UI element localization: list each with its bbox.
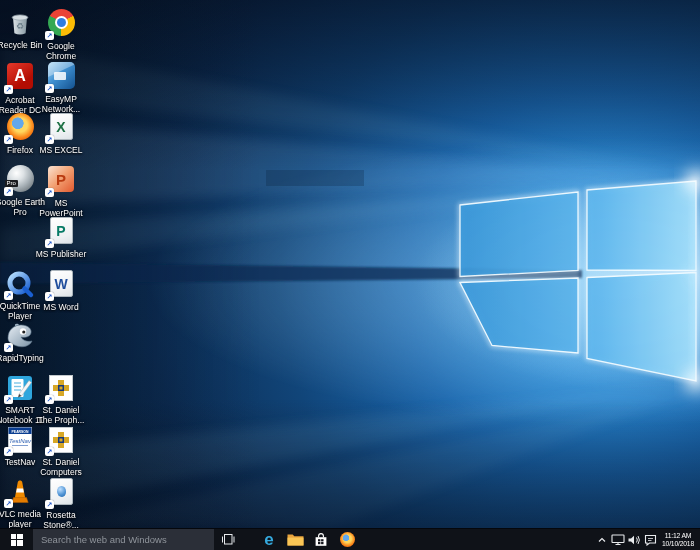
desktop-icon-label: RapidTyping: [0, 353, 49, 363]
desktop-icon-ms-powerpoint[interactable]: P ↗ MS PowerPoint: [32, 164, 90, 218]
word-icon: W ↗: [46, 270, 76, 300]
desktop-icon-label: MS EXCEL: [32, 145, 90, 155]
acrobat-icon: A ↗: [5, 63, 35, 93]
easymp-icon: ↗: [46, 62, 76, 92]
vlc-cone-icon: ↗: [5, 477, 35, 507]
desktop-icon-ms-publisher[interactable]: P ↗ MS Publisher: [32, 216, 90, 259]
st-daniel-emblem-icon: ↗: [46, 373, 76, 403]
shortcut-arrow-icon: ↗: [4, 291, 13, 300]
file-explorer-icon: [287, 533, 304, 546]
shortcut-arrow-icon: ↗: [45, 395, 54, 404]
google-earth-icon: Pro ↗: [5, 165, 35, 195]
desktop-icon-label: MS PowerPoint: [32, 198, 90, 218]
excel-icon: X ↗: [46, 113, 76, 143]
windows-desktop-screen: ♻ Recycle Bin ↗ Google Chrome A ↗ Acroba…: [0, 0, 700, 550]
task-view-button[interactable]: [214, 529, 242, 550]
shortcut-arrow-icon: ↗: [45, 31, 54, 40]
testnav-icon: PEARSON TestNav ↗: [5, 425, 35, 455]
tray-volume-icon[interactable]: [627, 529, 641, 550]
desktop-icon-label: Rosetta Stone®...: [32, 510, 90, 528]
shortcut-arrow-icon: ↗: [45, 188, 54, 197]
shortcut-arrow-icon: ↗: [45, 135, 54, 144]
shortcut-arrow-icon: ↗: [45, 292, 54, 301]
shortcut-arrow-icon: ↗: [4, 395, 13, 404]
chrome-icon: ↗: [46, 9, 76, 39]
shortcut-arrow-icon: ↗: [4, 85, 13, 94]
taskbar-app-file-explorer[interactable]: [282, 529, 308, 550]
shortcut-arrow-icon: ↗: [45, 500, 54, 509]
shortcut-arrow-icon: ↗: [45, 447, 54, 456]
smart-notebook-icon: ↗: [5, 373, 35, 403]
desktop-icon-rosetta-stone[interactable]: ↗ Rosetta Stone®...: [32, 477, 90, 528]
desktop-icon-easymp-network[interactable]: ↗ EasyMP Network...: [32, 61, 90, 114]
desktop[interactable]: ♻ Recycle Bin ↗ Google Chrome A ↗ Acroba…: [0, 0, 700, 528]
windows-logo-icon: [11, 534, 23, 546]
shortcut-arrow-icon: ↗: [4, 343, 13, 352]
start-button[interactable]: [0, 529, 33, 550]
desktop-icon-label: St. Daniel Computers: [32, 457, 90, 477]
clock-date: 10/10/2018: [658, 540, 698, 548]
shortcut-arrow-icon: ↗: [4, 135, 13, 144]
rapidtyping-icon: ↗: [5, 321, 35, 351]
tray-chevron-up-icon[interactable]: [595, 529, 609, 550]
desktop-icon-ms-excel[interactable]: X ↗ MS EXCEL: [32, 112, 90, 155]
svg-text:PEARSON: PEARSON: [12, 430, 29, 434]
store-icon: [313, 532, 329, 548]
desktop-icon-label: St. Daniel The Proph...: [32, 405, 90, 425]
recycle-bin-icon: ♻: [5, 8, 35, 38]
search-input[interactable]: [33, 534, 214, 545]
taskbar-app-store[interactable]: [308, 529, 334, 550]
desktop-icon-st-daniel-computers[interactable]: ↗ St. Daniel Computers: [32, 425, 90, 477]
tray-network-icon[interactable]: [611, 529, 625, 550]
shortcut-arrow-icon: ↗: [4, 499, 13, 508]
desktop-icon-st-daniel-prophet[interactable]: ↗ St. Daniel The Proph...: [32, 373, 90, 425]
desktop-icon-rapidtyping[interactable]: ↗ RapidTyping: [0, 321, 49, 363]
quicktime-icon: ↗: [5, 269, 35, 299]
shortcut-arrow-icon: ↗: [45, 239, 54, 248]
svg-text:TestNav: TestNav: [9, 438, 32, 444]
edge-icon: e: [264, 531, 273, 548]
desktop-icon-label: MS Word: [32, 302, 90, 312]
wallpaper-watermark-patch: [266, 170, 364, 186]
task-view-icon: [220, 533, 236, 546]
desktop-icon-label: MS Publisher: [32, 249, 90, 259]
powerpoint-icon: P ↗: [46, 166, 76, 196]
taskbar-app-firefox[interactable]: [334, 529, 360, 550]
taskbar-search[interactable]: [33, 529, 214, 550]
desktop-icon-ms-word[interactable]: W ↗ MS Word: [32, 269, 90, 312]
desktop-icon-label: EasyMP Network...: [32, 94, 90, 114]
firefox-icon: [340, 532, 355, 547]
taskbar: e: [0, 528, 700, 550]
wallpaper-hero-graphic: [0, 0, 700, 528]
shortcut-arrow-icon: ↗: [4, 447, 13, 456]
desktop-icon-google-chrome[interactable]: ↗ Google Chrome: [32, 8, 90, 61]
taskbar-app-edge[interactable]: e: [256, 529, 282, 550]
tray-action-center-icon[interactable]: [643, 529, 657, 550]
clock-time: 11:12 AM: [658, 532, 698, 540]
system-tray: 11:12 AM 10/10/2018: [594, 529, 700, 550]
taskbar-clock[interactable]: 11:12 AM 10/10/2018: [658, 532, 698, 548]
st-daniel-emblem-icon: ↗: [46, 425, 76, 455]
svg-text:♻: ♻: [16, 21, 24, 31]
firefox-icon: ↗: [5, 113, 35, 143]
shortcut-arrow-icon: ↗: [4, 187, 13, 196]
publisher-icon: P ↗: [46, 217, 76, 247]
desktop-icon-label: Google Chrome: [32, 41, 90, 61]
rosetta-stone-icon: ↗: [46, 478, 76, 508]
shortcut-arrow-icon: ↗: [45, 84, 54, 93]
